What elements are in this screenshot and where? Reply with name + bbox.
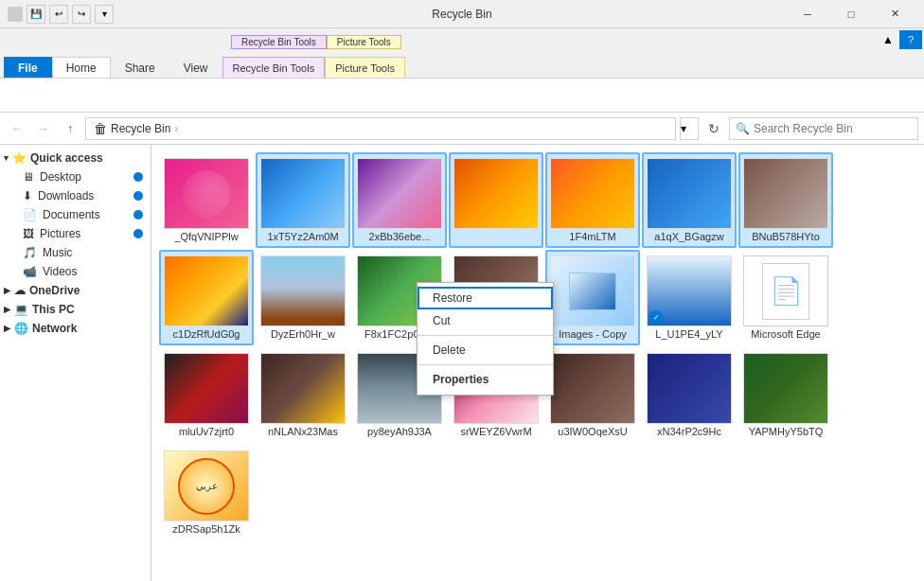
list-item[interactable]: Images - Copy xyxy=(545,250,640,345)
file-thumbnail xyxy=(453,158,539,229)
sidebar: ▾ ⭐ Quick access 🖥 Desktop ⬇ Downloads 📄… xyxy=(0,145,151,581)
list-item[interactable]: a1qX_BGagzw xyxy=(642,152,737,248)
sidebar-item-pictures[interactable]: 🖼 Pictures xyxy=(0,224,151,243)
sidebar-label-music: Music xyxy=(43,246,72,259)
file-name: DyzErh0Hr_w xyxy=(271,328,335,340)
sidebar-label-this-pc: This PC xyxy=(32,303,75,316)
qat-redo-button[interactable]: ↪ xyxy=(72,5,91,24)
pin-icon-downloads xyxy=(133,191,143,201)
ribbon-supertab-picture-tools[interactable]: Picture Tools xyxy=(327,35,401,49)
network-icon: 🌐 xyxy=(14,322,28,335)
back-button[interactable]: ← xyxy=(6,117,28,140)
list-item[interactable]: _QfqVNIPPlw xyxy=(159,152,254,248)
file-thumbnail: ✓ xyxy=(647,255,732,326)
address-path[interactable]: 🗑 Recycle Bin › xyxy=(85,117,676,140)
context-menu-properties[interactable]: Properties xyxy=(418,368,553,391)
sidebar-item-onedrive[interactable]: ▶ ☁ OneDrive xyxy=(0,281,151,300)
file-thumbnail xyxy=(164,255,249,326)
sidebar-label-desktop: Desktop xyxy=(40,170,81,184)
file-thumbnail xyxy=(164,158,249,229)
sidebar-label-onedrive: OneDrive xyxy=(29,284,80,297)
close-button[interactable]: ✕ xyxy=(873,0,916,28)
file-thumbnail xyxy=(550,158,635,229)
file-name: Microsoft Edge xyxy=(751,328,820,340)
minimize-button[interactable]: ─ xyxy=(786,0,829,28)
sidebar-item-downloads[interactable]: ⬇ Downloads xyxy=(0,186,151,205)
sidebar-item-documents[interactable]: 📄 Documents xyxy=(0,205,151,224)
list-item[interactable]: 2xBb36ebe... xyxy=(352,152,447,248)
up-button[interactable]: ↑ xyxy=(59,117,81,140)
address-bar: ← → ↑ 🗑 Recycle Bin › ▾ ↻ 🔍 xyxy=(0,113,924,145)
qat-undo-button[interactable]: ↩ xyxy=(49,5,68,24)
refresh-button[interactable]: ↻ xyxy=(702,117,725,140)
sidebar-item-videos[interactable]: 📹 Videos xyxy=(0,262,151,281)
qat-save-button[interactable]: 💾 xyxy=(27,5,45,24)
help-button[interactable]: ? xyxy=(899,30,922,49)
list-item[interactable]: DyzErh0Hr_w xyxy=(256,250,350,345)
file-name: BNuB578HYto xyxy=(752,231,820,242)
context-menu-restore[interactable]: Restore xyxy=(418,287,553,309)
context-menu-delete[interactable]: Delete xyxy=(418,339,553,361)
tab-file[interactable]: File xyxy=(4,57,52,78)
videos-icon: 📹 xyxy=(23,265,37,278)
list-item[interactable]: BNuB578HYto xyxy=(738,152,833,248)
sidebar-item-music[interactable]: 🎵 Music xyxy=(0,243,151,262)
chevron-right-icon2: ▶ xyxy=(4,305,10,314)
context-menu: Restore Cut Delete Properties xyxy=(417,282,554,396)
list-item[interactable]: u3IW0OqeXsU xyxy=(545,347,640,443)
file-thumbnail xyxy=(357,158,442,229)
tab-home[interactable]: Home xyxy=(52,57,111,78)
file-name: 1xT5Yz2Am0M xyxy=(267,231,338,242)
qat-more-button[interactable]: ▾ xyxy=(95,5,114,24)
file-name: mluUv7zjrt0 xyxy=(179,426,234,437)
pin-icon-desktop xyxy=(133,172,143,182)
context-menu-cut[interactable]: Cut xyxy=(418,309,553,332)
sidebar-item-quick-access[interactable]: ▾ ⭐ Quick access xyxy=(0,149,151,167)
list-item[interactable]: ✓ L_U1PE4_yLY xyxy=(642,250,737,345)
sidebar-item-desktop[interactable]: 🖥 Desktop xyxy=(0,167,151,186)
sidebar-item-network[interactable]: ▶ 🌐 Network xyxy=(0,319,151,338)
list-item[interactable]: nNLANx23Mas xyxy=(256,347,350,443)
forward-button[interactable]: → xyxy=(32,117,55,140)
tab-picture-tools[interactable]: Picture Tools xyxy=(325,57,405,78)
ribbon-collapse-button[interactable]: ▲ xyxy=(877,30,899,49)
documents-icon: 📄 xyxy=(23,208,37,221)
list-item[interactable]: YAPMHyY5bTQ xyxy=(738,347,833,443)
file-grid: _QfqVNIPPlw 1xT5Yz2Am0M 2xBb36ebe... 1F4… xyxy=(151,145,924,581)
onedrive-icon: ☁ xyxy=(14,284,26,297)
list-item[interactable]: xN34rP2c9Hc xyxy=(642,347,737,443)
sidebar-label-network: Network xyxy=(32,322,77,335)
file-name: xN34rP2c9Hc xyxy=(657,426,721,437)
pin-icon-documents xyxy=(133,210,143,220)
list-item[interactable]: 1xT5Yz2Am0M xyxy=(256,152,350,248)
search-input[interactable] xyxy=(754,122,912,135)
list-item[interactable] xyxy=(449,152,543,248)
list-item[interactable]: 1F4mLTM xyxy=(545,152,640,248)
file-name: c1DzRfUdG0g xyxy=(173,328,240,340)
list-item[interactable]: mluUv7zjrt0 xyxy=(159,347,254,443)
maximize-button[interactable]: □ xyxy=(829,0,873,28)
context-menu-separator2 xyxy=(418,364,553,365)
sidebar-label-downloads: Downloads xyxy=(38,189,94,202)
sidebar-item-this-pc[interactable]: ▶ 💻 This PC xyxy=(0,300,151,319)
main-layout: ▾ ⭐ Quick access 🖥 Desktop ⬇ Downloads 📄… xyxy=(0,145,924,581)
file-name: srWEYZ6VwrM xyxy=(460,426,531,437)
pin-icon-pictures xyxy=(133,229,143,238)
address-dropdown[interactable]: ▾ xyxy=(680,117,699,140)
tab-share[interactable]: Share xyxy=(111,57,169,78)
context-menu-separator xyxy=(418,335,553,336)
tab-view[interactable]: View xyxy=(169,57,222,78)
file-thumbnail xyxy=(743,158,828,229)
file-name: u3IW0OqeXsU xyxy=(558,426,627,437)
search-box[interactable]: 🔍 xyxy=(729,117,918,140)
ribbon-supertab-recycle-bin-tools[interactable]: Recycle Bin Tools xyxy=(231,35,327,49)
file-name: 1F4mLTM xyxy=(569,231,615,242)
file-thumbnail: 📄 xyxy=(743,255,828,326)
list-item[interactable]: c1DzRfUdG0g xyxy=(159,250,254,345)
downloads-icon: ⬇ xyxy=(23,189,32,202)
list-item[interactable]: عربي zDRSap5h1Zk xyxy=(159,445,254,540)
file-thumbnail xyxy=(647,353,732,424)
list-item[interactable]: 📄 Microsoft Edge xyxy=(738,250,833,345)
tab-recycle-bin-tools[interactable]: Recycle Bin Tools xyxy=(222,57,326,78)
path-recycle-bin: Recycle Bin xyxy=(111,122,170,135)
